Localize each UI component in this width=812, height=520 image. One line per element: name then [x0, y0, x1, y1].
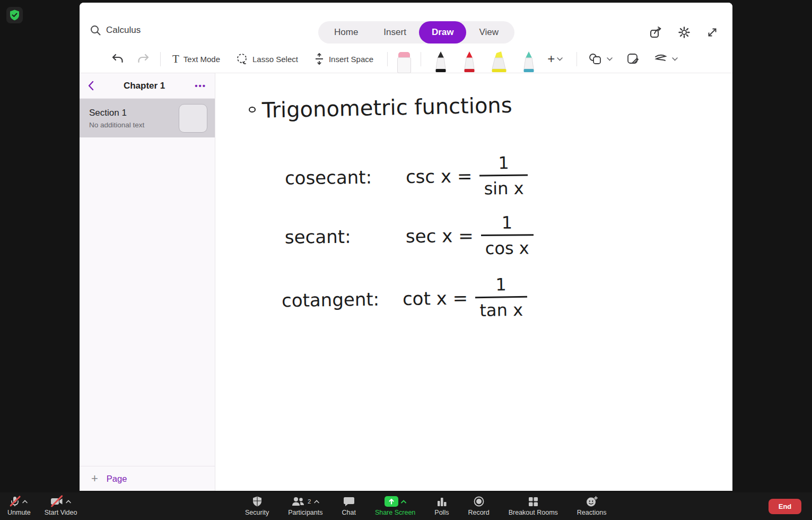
page-thumbnail[interactable] [179, 104, 207, 133]
section-text: Section 1 No additional text [89, 108, 179, 129]
formula-row-cotangent: cotangent: cot x = 1 tan x [281, 274, 527, 323]
redo-icon[interactable] [137, 53, 150, 65]
yellow-highlighter-tool[interactable] [489, 45, 509, 73]
insert-space-label: Insert Space [329, 55, 373, 64]
security-label: Security [245, 509, 269, 516]
chevron-up-icon[interactable] [22, 500, 28, 504]
record-button[interactable]: Record [468, 496, 489, 516]
red-pen-tool[interactable] [460, 45, 478, 73]
insert-space-icon [314, 53, 325, 65]
section-list-item[interactable]: Section 1 No additional text [80, 99, 215, 137]
breakout-rooms-label: Breakout Rooms [509, 509, 558, 516]
plus-icon: + [547, 51, 555, 66]
start-video-button[interactable]: Start Video [45, 496, 77, 516]
formula-row-secant: secant: sec x = 1 cos x [285, 212, 534, 259]
toolbar-divider [160, 52, 161, 66]
tab-view[interactable]: View [466, 21, 511, 44]
formula-name: cosecant: [285, 166, 406, 188]
add-pen-button[interactable]: + [547, 51, 563, 66]
shapes-button[interactable] [589, 53, 613, 65]
polls-label: Polls [434, 509, 449, 516]
add-page-button[interactable]: + Page [80, 466, 215, 491]
teal-pen-icon [520, 50, 538, 73]
formula-fraction: 1 sin x [479, 153, 528, 199]
formula-fraction: 1 tan x [475, 274, 527, 320]
reactions-button[interactable]: Reactions [577, 496, 607, 516]
chat-bubble-icon [344, 497, 354, 507]
window-actions [649, 26, 719, 39]
zoom-center-controls: Security 2 Participants Chat [245, 492, 606, 520]
participants-button[interactable]: 2 Participants [288, 496, 322, 516]
participants-count: 2 [308, 498, 311, 505]
lasso-select-label: Lasso Select [252, 55, 298, 64]
share-screen-button[interactable]: Share Screen [375, 496, 415, 516]
pages-sidebar: Chapter 1 ••• Section 1 No additional te… [80, 73, 215, 491]
chevron-up-icon[interactable] [401, 500, 406, 504]
share-icon[interactable] [649, 26, 662, 39]
black-pen-icon [432, 50, 450, 73]
start-video-label: Start Video [45, 509, 77, 516]
search-box[interactable]: Calculus [90, 25, 141, 36]
plus-icon: + [91, 472, 98, 486]
tab-home[interactable]: Home [321, 21, 371, 44]
fraction-denominator: tan x [475, 296, 527, 320]
chevron-down-icon [672, 57, 678, 61]
fraction-numerator: 1 [496, 153, 511, 175]
more-options-icon[interactable]: ••• [195, 81, 206, 90]
toolbar-divider [387, 52, 388, 66]
ink-to-shape-button[interactable] [626, 53, 639, 65]
camera-off-icon [50, 497, 63, 506]
settings-gear-icon[interactable] [678, 26, 691, 39]
formula-row-cosecant: cosecant: csc x = 1 sin x [285, 153, 528, 201]
tab-draw[interactable]: Draw [419, 21, 467, 44]
search-value: Calculus [106, 25, 141, 36]
insert-space-button[interactable]: Insert Space [314, 53, 373, 65]
chevron-up-icon[interactable] [66, 500, 71, 504]
chapter-title: Chapter 1 [94, 81, 195, 91]
chevron-down-icon [607, 57, 613, 61]
fraction-denominator: cos x [481, 234, 534, 258]
fraction-denominator: sin x [479, 175, 528, 199]
black-pen-tool[interactable] [432, 45, 450, 73]
handwritten-title: Trigonometric functions [262, 93, 512, 123]
zoom-av-controls: Unmute Start Video [7, 492, 77, 520]
formula-name: secant: [285, 226, 406, 248]
lasso-select-button[interactable]: Lasso Select [236, 53, 298, 65]
formula-lhs: cot x = [403, 287, 468, 309]
shield-check-icon [10, 10, 20, 21]
security-shield-icon [252, 496, 262, 507]
end-meeting-button[interactable]: End [769, 499, 801, 514]
share-screen-label: Share Screen [375, 509, 415, 516]
eraser-tool[interactable] [397, 45, 411, 73]
record-circle-icon [474, 496, 484, 507]
teal-pen-tool[interactable] [520, 45, 538, 73]
formula-lhs: sec x = [406, 225, 474, 247]
meeting-security-badge [6, 7, 23, 23]
handwritten-title-row: Trigonometric functions [249, 93, 512, 123]
text-mode-icon: T [172, 53, 179, 66]
text-mode-label: Text Mode [184, 55, 220, 64]
draw-toolbar: T Text Mode Lasso Select Insert Space [80, 45, 732, 73]
expand-icon[interactable] [706, 26, 719, 39]
tab-insert[interactable]: Insert [371, 21, 419, 44]
section-subtitle: No additional text [89, 121, 179, 129]
back-chevron-icon[interactable] [88, 81, 94, 91]
mic-muted-icon [10, 496, 20, 507]
red-pen-icon [460, 50, 478, 73]
chat-button[interactable]: Chat [342, 497, 355, 516]
breakout-rooms-button[interactable]: Breakout Rooms [509, 497, 558, 516]
note-canvas[interactable]: Trigonometric functions cosecant: csc x … [216, 73, 732, 491]
security-button[interactable]: Security [245, 496, 269, 516]
participants-icon [292, 497, 305, 506]
add-page-label: Page [107, 474, 127, 484]
unmute-button[interactable]: Unmute [7, 496, 31, 516]
text-mode-button[interactable]: T Text Mode [172, 53, 220, 66]
ink-effects-button[interactable] [654, 54, 678, 64]
formula-lhs: csc x = [406, 166, 473, 187]
chevron-up-icon[interactable] [314, 500, 319, 504]
undo-icon[interactable] [111, 53, 124, 65]
share-screen-icon [385, 496, 398, 507]
breakout-rooms-grid-icon [528, 497, 538, 507]
reactions-smiley-icon [586, 496, 598, 507]
polls-button[interactable]: Polls [434, 497, 449, 516]
